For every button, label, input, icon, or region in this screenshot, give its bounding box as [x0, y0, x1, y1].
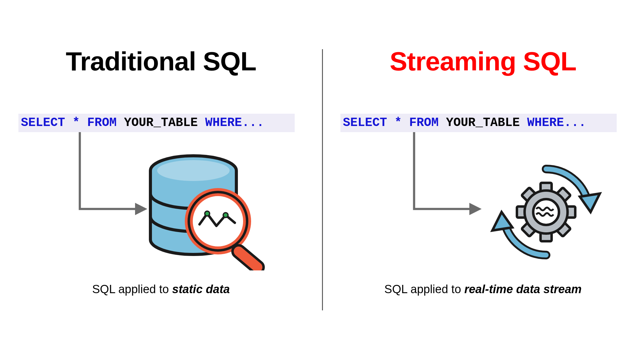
- svg-point-16: [533, 199, 559, 225]
- right-title: Streaming SQL: [322, 46, 644, 77]
- svg-point-1: [157, 160, 230, 181]
- caption-em: real-time data stream: [464, 283, 582, 296]
- right-arrow: [408, 132, 488, 227]
- sql-keyword: FROM: [409, 116, 439, 130]
- svg-point-4: [205, 211, 210, 216]
- sql-table: YOUR_TABLE: [446, 116, 520, 130]
- svg-point-5: [223, 213, 228, 218]
- caption-text: SQL applied to: [92, 283, 172, 296]
- database-search-icon: [141, 154, 270, 270]
- sql-star: *: [72, 116, 80, 130]
- right-sql-code: SELECT * FROM YOUR_TABLE WHERE...: [340, 114, 617, 132]
- sql-table: YOUR_TABLE: [124, 116, 198, 130]
- left-caption: SQL applied to static data: [0, 283, 322, 296]
- sql-keyword: WHERE...: [205, 116, 264, 130]
- caption-em: static data: [172, 283, 230, 296]
- sql-keyword: SELECT: [343, 116, 387, 130]
- right-caption: SQL applied to real-time data stream: [322, 283, 644, 296]
- right-panel: Streaming SQL SELECT * FROM YOUR_TABLE W…: [322, 0, 644, 362]
- diagram-stage: Traditional SQL SELECT * FROM YOUR_TABLE…: [0, 0, 644, 362]
- sql-star: *: [394, 116, 402, 130]
- svg-rect-6: [230, 243, 266, 270]
- left-sql-code: SELECT * FROM YOUR_TABLE WHERE...: [18, 114, 295, 132]
- sql-keyword: WHERE...: [527, 116, 586, 130]
- left-panel: Traditional SQL SELECT * FROM YOUR_TABLE…: [0, 0, 322, 362]
- sql-keyword: FROM: [87, 116, 117, 130]
- left-title: Traditional SQL: [0, 46, 322, 77]
- caption-text: SQL applied to: [384, 283, 464, 296]
- sql-keyword: SELECT: [21, 116, 65, 130]
- stream-gear-icon: [488, 157, 604, 267]
